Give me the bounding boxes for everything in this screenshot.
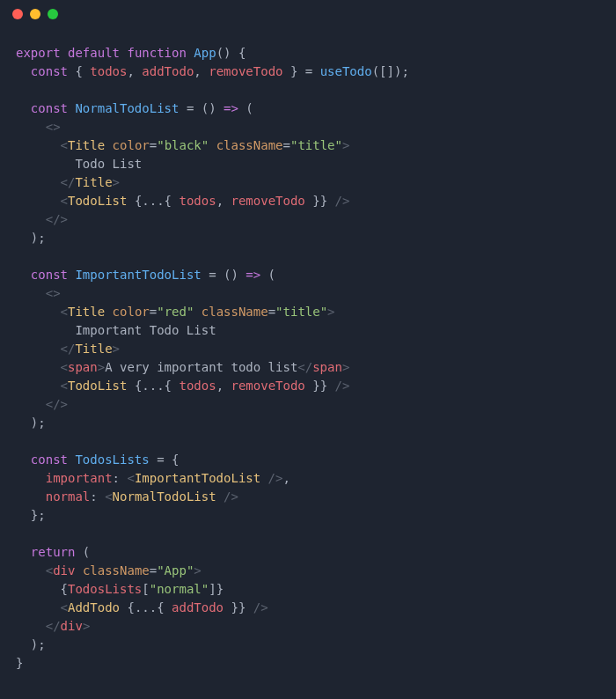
string: "App" [157, 563, 194, 578]
jsx-tag: NormalTodoList [113, 489, 216, 504]
jsx-tag: ImportantTodoList [135, 471, 260, 485]
sp [209, 138, 216, 152]
tag-bracket: < [105, 489, 112, 504]
keyword-const: const [31, 268, 68, 282]
punct: , [282, 471, 290, 485]
punct: , [216, 194, 231, 208]
tag-bracket: < [46, 563, 53, 578]
fragment-open: <> [46, 120, 61, 134]
tag-bracket: </ [61, 342, 76, 356]
punct: }} [305, 379, 327, 393]
tag-bracket: > [194, 563, 201, 578]
punct: }} [224, 600, 246, 614]
object-key: important [46, 471, 113, 485]
punct: ([]); [372, 64, 409, 78]
punct: = [305, 64, 320, 78]
var: todos [90, 64, 127, 78]
arrow: => [224, 101, 238, 115]
var: todos [179, 379, 216, 393]
punct: }} [305, 194, 327, 208]
jsx-tag: Title [75, 175, 112, 189]
tag-bracket: > [327, 305, 334, 319]
punct: , [127, 64, 142, 78]
string: "red" [157, 305, 194, 319]
punct: ( [260, 268, 275, 282]
jsx-attr: color [113, 138, 150, 152]
keyword-return: return [31, 545, 76, 559]
tag-bracket: > [113, 342, 120, 356]
keyword-default: default [68, 46, 120, 60]
tag-bracket: < [61, 138, 68, 152]
tag-bracket: > [342, 138, 349, 152]
keyword-function: function [127, 46, 186, 60]
html-tag: span [312, 360, 342, 374]
punct: = () [202, 268, 246, 282]
punct: } [283, 64, 305, 78]
punct: { [68, 64, 90, 78]
tag-bracket: < [61, 360, 68, 374]
code-block: export default function App() { const { … [0, 28, 616, 688]
punct: } [16, 656, 23, 670]
component-name: ImportantTodoList [68, 268, 202, 282]
function-name: App [194, 46, 216, 60]
zoom-icon[interactable] [48, 9, 58, 19]
sp [105, 138, 112, 152]
punct: ( [75, 545, 90, 559]
jsx-attr: className [83, 563, 150, 578]
jsx-tag: TodoList [68, 194, 127, 208]
keyword-export: export [16, 46, 61, 60]
tag-bracket: > [113, 175, 120, 189]
minimize-icon[interactable] [30, 9, 40, 19]
jsx-tag: TodoList [68, 379, 127, 393]
var: todos [179, 194, 216, 208]
fragment-close: </> [46, 212, 68, 226]
html-tag: span [68, 360, 98, 374]
spread: {...{ [127, 600, 172, 614]
fragment-close: </> [46, 397, 68, 411]
arrow: => [246, 268, 260, 282]
punct: = [150, 305, 157, 319]
fragment-open: <> [46, 286, 61, 300]
jsx-attr: className [216, 138, 283, 152]
punct: = [268, 305, 275, 319]
tag-bracket: </ [61, 175, 76, 189]
punct: , [216, 379, 231, 393]
jsx-tag: Title [75, 342, 112, 356]
tag-bracket: /> [327, 379, 349, 393]
function-call: useTodo [320, 64, 372, 78]
jsx-text: A very important todo list [105, 360, 297, 374]
punct: () { [216, 46, 246, 60]
jsx-attr: color [113, 305, 150, 319]
var: removeTodo [231, 379, 304, 393]
sp [105, 305, 112, 319]
var-name: TodosLists [68, 453, 150, 467]
sp [194, 305, 201, 319]
tag-bracket: < [127, 471, 134, 485]
punct: = [150, 138, 157, 152]
punct: : [113, 471, 128, 485]
tag-bracket: </ [46, 619, 61, 633]
punct: = { [150, 453, 180, 467]
tag-bracket: /> [260, 471, 282, 485]
punct: ); [31, 637, 46, 651]
sp [75, 563, 82, 578]
html-tag: div [53, 563, 75, 578]
spread: {...{ [135, 379, 180, 393]
close-icon[interactable] [12, 9, 23, 19]
keyword-const: const [31, 101, 68, 115]
jsx-text: Todo List [75, 157, 142, 171]
string: "normal" [150, 582, 209, 596]
var: removeTodo [209, 64, 282, 78]
sp [127, 194, 134, 208]
bracket: ] [209, 582, 216, 596]
tag-bracket: </ [297, 360, 312, 374]
object-key: normal [46, 489, 91, 504]
string: "black" [157, 138, 209, 152]
tag-bracket: /> [327, 194, 349, 208]
tag-bracket: < [61, 194, 68, 208]
spread: {...{ [135, 194, 180, 208]
punct: = [150, 563, 157, 578]
tag-bracket: < [61, 379, 68, 393]
punct: ); [31, 416, 46, 430]
tag-bracket: > [342, 360, 349, 374]
